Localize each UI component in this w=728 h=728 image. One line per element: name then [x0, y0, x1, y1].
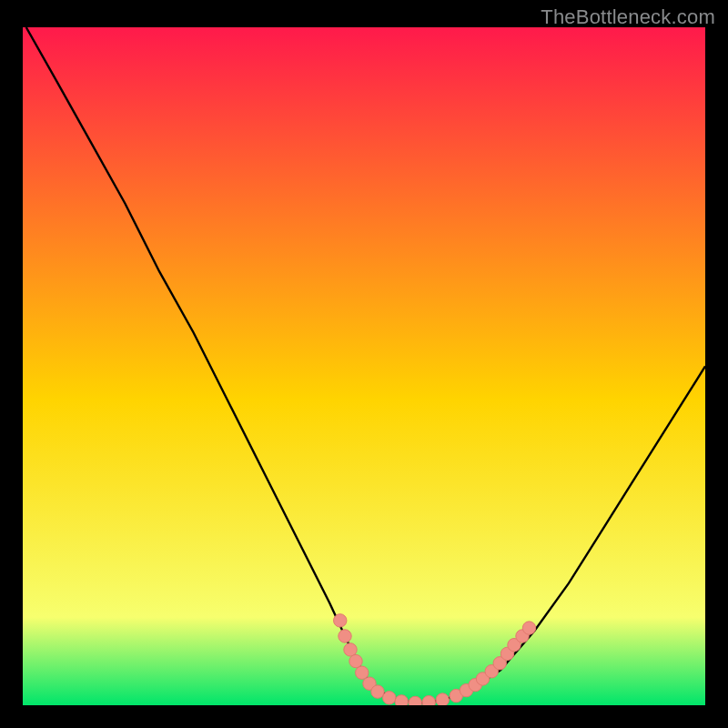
curve-marker — [349, 654, 362, 667]
chart-stage: TheBottleneck.com — [0, 0, 728, 728]
attribution-label: TheBottleneck.com — [541, 5, 715, 29]
gradient-background — [23, 27, 705, 705]
curve-marker — [383, 692, 396, 704]
plot-area — [23, 27, 705, 705]
curve-marker — [436, 693, 449, 705]
curve-marker — [522, 622, 535, 634]
curve-marker — [334, 614, 347, 627]
chart-svg — [23, 27, 705, 705]
curve-marker — [422, 695, 435, 705]
curve-marker — [409, 696, 421, 705]
curve-marker — [395, 695, 408, 705]
curve-marker — [339, 630, 351, 642]
curve-marker — [371, 685, 384, 698]
